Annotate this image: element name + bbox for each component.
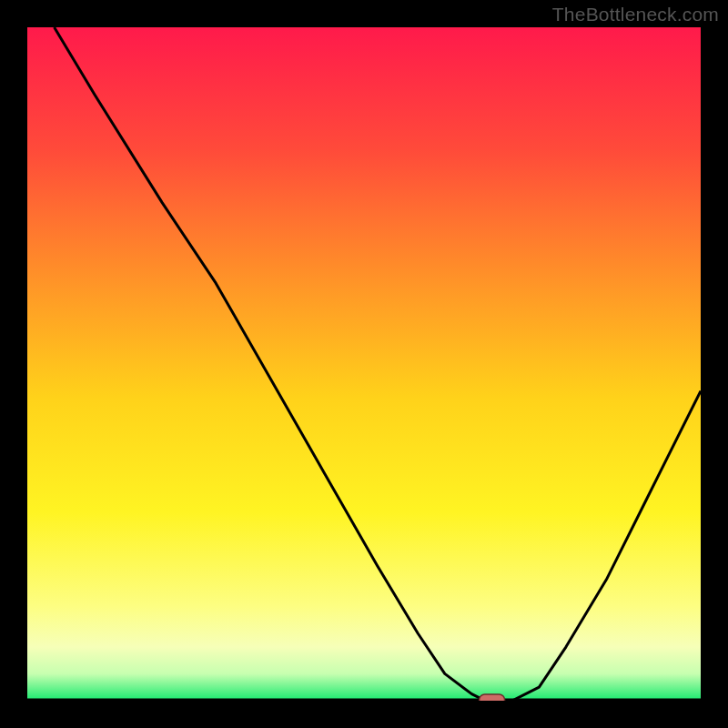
optimal-point-marker: [480, 694, 505, 701]
chart-svg: [27, 27, 701, 701]
chart-container: TheBottleneck.com: [0, 0, 728, 728]
bottleneck-chart: [27, 27, 701, 701]
gradient-background: [27, 27, 701, 701]
watermark-text: TheBottleneck.com: [552, 4, 719, 25]
